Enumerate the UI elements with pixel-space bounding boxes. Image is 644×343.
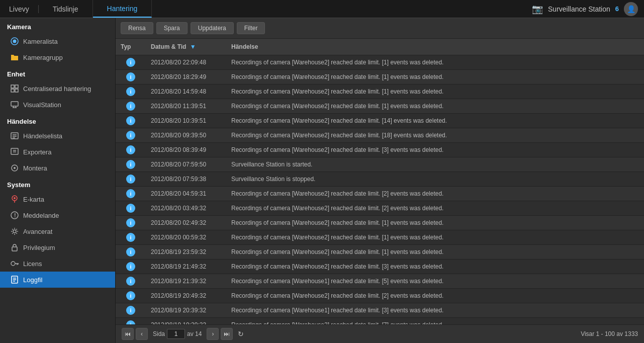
row-type: i bbox=[116, 99, 146, 113]
table-row: i 2012/08/20 08:39:49 Recordings of came… bbox=[116, 143, 644, 157]
content-area: Rensa Spara Uppdatera Filter Typ Datum &… bbox=[116, 18, 644, 343]
sidebar-ekarta-label: E-karta bbox=[23, 196, 44, 203]
row-datetime: 2012/08/19 19:39:33 bbox=[146, 319, 226, 324]
sidebar-item-kameralista[interactable]: Kameralista bbox=[0, 33, 115, 49]
sidebar-item-exportera[interactable]: Exportera bbox=[0, 144, 115, 160]
info-icon: i bbox=[126, 320, 135, 324]
mount-icon bbox=[10, 163, 19, 173]
sidebar-item-privilegium[interactable]: Privilegium bbox=[0, 239, 115, 255]
row-type: i bbox=[116, 114, 146, 128]
table-row: i 2012/08/20 10:39:51 Recordings of came… bbox=[116, 114, 644, 128]
row-event: Recordings of camera [Warehouse2] reache… bbox=[226, 56, 644, 68]
monitor-icon bbox=[10, 100, 19, 109]
sidebar-item-centraliserad[interactable]: Centraliserad hantering bbox=[0, 80, 115, 97]
row-event: Recordings of camera [Warehouse2] reache… bbox=[226, 246, 644, 258]
table-row: i 2012/08/20 18:29:49 Recordings of came… bbox=[116, 70, 644, 84]
info-icon: i bbox=[126, 189, 135, 198]
row-event: Recordings of camera [Warehouse2] reache… bbox=[226, 71, 644, 83]
topbar: Livevy Tidslinje Hantering 📷 Surveillanc… bbox=[0, 0, 644, 18]
row-type: i bbox=[116, 128, 146, 142]
table-row: i 2012/08/20 03:49:32 Recordings of came… bbox=[116, 201, 644, 216]
table-row: i 2012/08/19 23:59:32 Recordings of came… bbox=[116, 245, 644, 260]
camera-small-icon bbox=[10, 37, 19, 46]
table-row: i 2012/08/19 19:39:33 Recordings of came… bbox=[116, 318, 644, 324]
row-datetime: 2012/08/20 18:29:49 bbox=[146, 71, 226, 83]
sidebar-item-licens[interactable]: Licens bbox=[0, 255, 115, 272]
table-row: i 2012/08/20 07:59:38 Surveillance Stati… bbox=[116, 172, 644, 187]
row-event: Surveillance Station is started. bbox=[226, 158, 644, 170]
row-event: Recordings of camera [Warehouse2] reache… bbox=[226, 85, 644, 98]
export-icon bbox=[10, 147, 19, 156]
sidebar-item-avancerat[interactable]: Avancerat bbox=[0, 223, 115, 239]
svg-rect-25 bbox=[12, 247, 17, 251]
sidebar-item-loggfil[interactable]: Loggfil bbox=[0, 272, 115, 288]
row-type: i bbox=[116, 55, 146, 69]
toolbar: Rensa Spara Uppdatera Filter bbox=[116, 18, 644, 39]
row-datetime: 2012/08/20 14:59:48 bbox=[146, 85, 226, 98]
info-icon: i bbox=[126, 306, 135, 315]
sidebar-item-meddelande[interactable]: ! Meddelande bbox=[0, 207, 115, 223]
info-icon: i bbox=[126, 145, 135, 154]
row-event: Surveillance Station is stopped. bbox=[226, 173, 644, 185]
user-icon[interactable]: 👤 bbox=[624, 2, 638, 16]
sidebar-section-enhet: Enhet bbox=[0, 65, 115, 80]
row-event: Recordings of camera [Warehouse1] reache… bbox=[226, 304, 644, 316]
row-type: i bbox=[116, 84, 146, 99]
table-body: i 2012/08/20 22:09:48 Recordings of came… bbox=[116, 55, 644, 324]
row-event: Recordings of camera [Warehouse2] reache… bbox=[226, 115, 644, 127]
spara-button[interactable]: Spara bbox=[156, 22, 188, 34]
row-event: Recordings of camera [Warehouse2] reache… bbox=[226, 319, 644, 324]
next-page-button[interactable]: › bbox=[207, 328, 219, 340]
uppdatera-button[interactable]: Uppdatera bbox=[191, 22, 234, 34]
sidebar-visualstation-label: VisualStation bbox=[23, 101, 61, 109]
row-type: i bbox=[116, 289, 146, 303]
row-type: i bbox=[116, 187, 146, 201]
info-icon: i bbox=[126, 131, 135, 140]
table-row: i 2012/08/20 04:59:31 Recordings of came… bbox=[116, 187, 644, 201]
svg-point-26 bbox=[11, 262, 15, 266]
sidebar-item-kameragrupp[interactable]: Kameragrupp bbox=[0, 49, 115, 65]
refresh-button[interactable]: ↻ bbox=[235, 328, 247, 340]
tab-tidslinje[interactable]: Tidslinje bbox=[39, 0, 93, 18]
tab-hantering-label: Hantering bbox=[107, 5, 138, 13]
last-page-button[interactable]: ⏭ bbox=[221, 328, 233, 340]
camera-icon: 📷 bbox=[532, 4, 543, 15]
sidebar-kameralista-label: Kameralista bbox=[23, 38, 58, 45]
table-header: Typ Datum & Tid ▼ Händelse bbox=[116, 39, 644, 55]
table-row: i 2012/08/19 20:49:32 Recordings of came… bbox=[116, 289, 644, 303]
col-datetime[interactable]: Datum & Tid ▼ bbox=[146, 41, 226, 52]
pagination: ⏮ ‹ Sida av 14 › ⏭ ↻ Visar 1 - 100 av 13… bbox=[116, 324, 644, 343]
row-event: Recordings of camera [Warehouse2] reache… bbox=[226, 261, 644, 273]
list-icon bbox=[10, 131, 19, 140]
prev-page-button[interactable]: ‹ bbox=[136, 328, 148, 340]
rensa-button[interactable]: Rensa bbox=[121, 22, 153, 34]
brand-tab[interactable]: Livevy bbox=[0, 5, 39, 13]
sidebar-avancerat-label: Avancerat bbox=[23, 228, 52, 235]
page-of-label: av 14 bbox=[187, 330, 202, 337]
info-icon: i bbox=[126, 277, 135, 286]
page-input[interactable] bbox=[167, 329, 185, 339]
row-datetime: 2012/08/20 00:59:32 bbox=[146, 231, 226, 243]
table-row: i 2012/08/20 07:59:50 Surveillance Stati… bbox=[116, 157, 644, 172]
table-row: i 2012/08/20 22:09:48 Recordings of came… bbox=[116, 55, 644, 70]
row-event: Recordings of camera [Warehouse1] reache… bbox=[226, 275, 644, 287]
sidebar-item-visualstation[interactable]: VisualStation bbox=[0, 97, 115, 113]
row-type: i bbox=[116, 274, 146, 288]
table-row: i 2012/08/19 21:49:32 Recordings of came… bbox=[116, 260, 644, 274]
row-datetime: 2012/08/20 07:59:50 bbox=[146, 158, 226, 170]
sidebar-item-montera[interactable]: Montera bbox=[0, 160, 115, 176]
tab-hantering[interactable]: Hantering bbox=[93, 0, 152, 18]
sidebar-item-handelselista[interactable]: Händelselista bbox=[0, 128, 115, 144]
row-event: Recordings of camera [Warehouse2] reache… bbox=[226, 144, 644, 156]
map-icon bbox=[10, 195, 19, 204]
sidebar-item-ekarta[interactable]: E-karta bbox=[0, 191, 115, 207]
filter-button[interactable]: Filter bbox=[237, 22, 265, 34]
brand-label: Livevy bbox=[9, 5, 29, 13]
svg-rect-14 bbox=[11, 148, 18, 154]
row-type: i bbox=[116, 318, 146, 324]
col-typ: Typ bbox=[116, 41, 146, 52]
sidebar-handelselista-label: Händelselista bbox=[23, 132, 62, 140]
alert-icon: ! bbox=[10, 211, 19, 220]
info-icon: i bbox=[126, 160, 135, 169]
first-page-button[interactable]: ⏮ bbox=[122, 328, 134, 340]
